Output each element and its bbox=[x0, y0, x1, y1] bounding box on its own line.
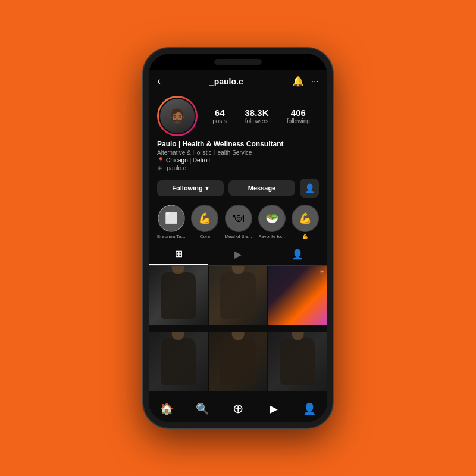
grid-cell-4[interactable] bbox=[209, 332, 268, 391]
add-friend-button[interactable]: 👤 bbox=[300, 178, 319, 198]
header-actions: 🔔 ··· bbox=[292, 76, 319, 87]
bottom-navigation: 🏠 🔍 ⊕ ▶ 👤 bbox=[149, 397, 327, 422]
cell-content bbox=[268, 332, 327, 391]
tab-reels[interactable]: ▶ bbox=[208, 243, 268, 265]
home-icon: 🏠 bbox=[160, 402, 173, 415]
tagged-tab-icon: 👤 bbox=[292, 249, 303, 260]
back-button[interactable]: ‹ bbox=[157, 75, 161, 87]
profile-nav-icon: 👤 bbox=[303, 402, 316, 415]
grid-cell-2[interactable]: ⊞ bbox=[268, 266, 327, 325]
grid-cell-3[interactable] bbox=[149, 332, 208, 391]
profile-header: ‹ _paulo.c 🔔 ··· bbox=[149, 70, 327, 90]
highlight-item[interactable]: ⬜ Breonna Ta... bbox=[157, 205, 185, 239]
nav-home[interactable]: 🏠 bbox=[149, 401, 184, 416]
profile-location: 📍 Chicago | Detroit bbox=[157, 157, 319, 164]
tab-grid[interactable]: ⊞ bbox=[149, 243, 208, 265]
phone-frame: ‹ _paulo.c 🔔 ··· 🧔🏾 64 posts bbox=[143, 48, 333, 428]
header-username: _paulo.c bbox=[209, 77, 243, 86]
create-icon: ⊕ bbox=[233, 401, 243, 416]
instagram-app: ‹ _paulo.c 🔔 ··· 🧔🏾 64 posts bbox=[149, 70, 327, 422]
highlight-item[interactable]: 🍽 Meal of the... bbox=[224, 205, 252, 239]
avatar-wrapper: 🧔🏾 bbox=[157, 96, 198, 136]
stats-row: 64 posts 38.3K followers 406 following bbox=[203, 108, 319, 124]
highlight-label: 💪 bbox=[302, 234, 308, 239]
photo-grid: ⊞ bbox=[149, 266, 327, 397]
cell-content bbox=[209, 266, 268, 325]
highlight-circle: ⬜ bbox=[158, 205, 185, 232]
cell-content bbox=[268, 266, 327, 325]
photo-silhouette bbox=[161, 338, 196, 385]
followers-label: followers bbox=[245, 118, 268, 124]
notification-icon[interactable]: 🔔 bbox=[292, 76, 304, 87]
grid-cell-5[interactable] bbox=[268, 332, 327, 391]
story-highlights: ⬜ Breonna Ta... 💪 Core 🍽 Meal of the... bbox=[149, 201, 327, 243]
highlight-circle: 🍽 bbox=[225, 205, 252, 232]
cell-content bbox=[149, 266, 208, 325]
multi-photo-icon: ⊞ bbox=[320, 268, 325, 274]
location-pin-icon: 📍 bbox=[157, 157, 164, 164]
location-text: Chicago | Detroit bbox=[166, 157, 210, 164]
following-label: following bbox=[287, 118, 310, 124]
highlight-item[interactable]: 💪 Core bbox=[191, 205, 218, 239]
highlight-image: ⬜ bbox=[158, 205, 184, 231]
action-buttons: Following ▾ Message 👤 bbox=[149, 175, 327, 201]
phone-screen: ‹ _paulo.c 🔔 ··· 🧔🏾 64 posts bbox=[149, 54, 327, 422]
profile-stats-section: 🧔🏾 64 posts 38.3K followers 406 followin… bbox=[149, 90, 327, 140]
highlight-image: 🥗 bbox=[259, 205, 285, 231]
highlight-label: Meal of the... bbox=[224, 234, 252, 239]
highlight-circle: 💪 bbox=[292, 205, 319, 232]
followers-stat[interactable]: 38.3K followers bbox=[245, 108, 268, 124]
bio-section: Paulo | Health & Wellness Consultant Alt… bbox=[149, 140, 327, 175]
grid-cell-0[interactable] bbox=[149, 266, 208, 325]
threads-handle[interactable]: ⊛ _paulo.c bbox=[157, 165, 319, 171]
highlight-item[interactable]: 💪 💪 bbox=[292, 205, 319, 239]
photo-silhouette bbox=[280, 338, 315, 385]
posts-count: 64 bbox=[215, 108, 225, 118]
highlight-circle: 💪 bbox=[191, 205, 218, 232]
reels-nav-icon: ▶ bbox=[270, 402, 278, 415]
photo-silhouette bbox=[220, 272, 255, 319]
nav-create[interactable]: ⊕ bbox=[220, 401, 256, 416]
profile-name: Paulo | Health & Wellness Consultant bbox=[157, 140, 319, 148]
threads-icon: ⊛ bbox=[157, 165, 162, 171]
followers-count: 38.3K bbox=[245, 108, 268, 118]
posts-label: posts bbox=[212, 118, 227, 124]
phone-notch bbox=[149, 54, 327, 70]
nav-search[interactable]: 🔍 bbox=[184, 401, 220, 416]
reels-tab-icon: ▶ bbox=[234, 249, 242, 260]
highlight-item[interactable]: 🥗 Favorite fo... bbox=[258, 205, 286, 239]
nav-profile[interactable]: 👤 bbox=[292, 401, 327, 416]
avatar: 🧔🏾 bbox=[159, 98, 196, 134]
profile-description: Alternative & Holistic Health Service bbox=[157, 149, 319, 156]
highlight-image: 💪 bbox=[292, 205, 318, 231]
following-count: 406 bbox=[291, 108, 306, 118]
photo-silhouette bbox=[220, 338, 255, 385]
grid-tab-icon: ⊞ bbox=[175, 248, 183, 259]
tab-tagged[interactable]: 👤 bbox=[268, 243, 327, 265]
threads-username: _paulo.c bbox=[164, 165, 186, 171]
highlight-image: 🍽 bbox=[226, 205, 252, 231]
cell-content bbox=[149, 332, 208, 391]
highlight-circle: 🥗 bbox=[258, 205, 286, 232]
more-options-icon[interactable]: ··· bbox=[311, 76, 319, 87]
posts-stat[interactable]: 64 posts bbox=[212, 108, 227, 124]
photo-silhouette bbox=[161, 272, 196, 319]
cell-content bbox=[209, 332, 268, 391]
grid-cell-1[interactable] bbox=[209, 266, 268, 325]
avatar-image: 🧔🏾 bbox=[160, 99, 195, 133]
following-stat[interactable]: 406 following bbox=[287, 108, 310, 124]
following-button[interactable]: Following ▾ bbox=[157, 180, 224, 196]
message-button[interactable]: Message bbox=[228, 180, 295, 196]
highlight-image: 💪 bbox=[192, 205, 218, 231]
highlight-label: Favorite fo... bbox=[258, 234, 284, 239]
add-person-icon: 👤 bbox=[305, 183, 315, 193]
content-tabs: ⊞ ▶ 👤 bbox=[149, 243, 327, 266]
highlight-label: Breonna Ta... bbox=[157, 234, 185, 239]
highlight-label: Core bbox=[200, 234, 210, 239]
search-icon: 🔍 bbox=[196, 402, 209, 415]
nav-reels[interactable]: ▶ bbox=[256, 401, 292, 416]
